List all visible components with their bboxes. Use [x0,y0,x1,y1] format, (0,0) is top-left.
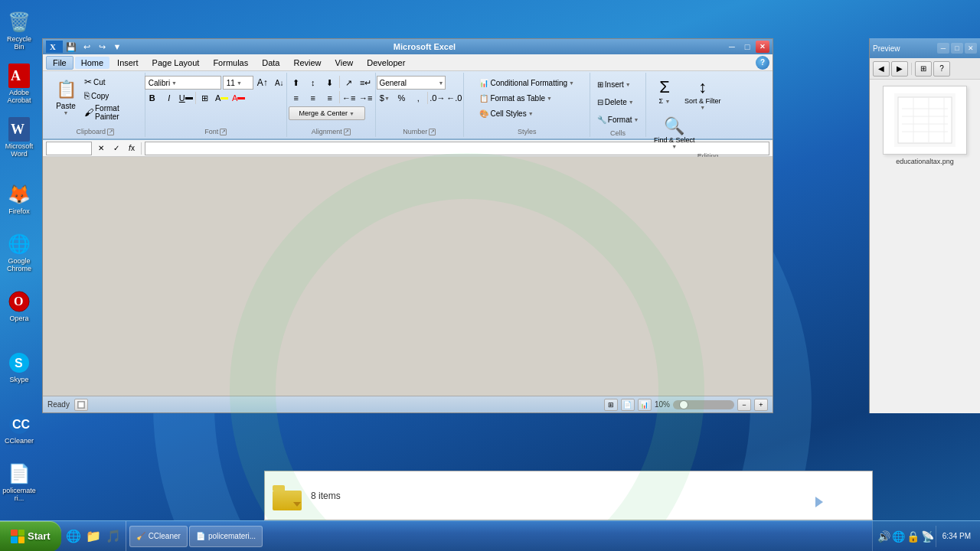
qat-undo[interactable]: ↩ [80,41,93,53]
excel-maximize[interactable]: □ [740,41,754,53]
tray-security[interactable]: 🔒 [906,530,920,543]
menu-view[interactable]: View [329,57,360,69]
number-expand[interactable]: ↗ [429,129,436,135]
desktop-icon-police[interactable]: 📄 policemateri... [0,455,38,509]
underline-button[interactable]: U [178,91,194,105]
rp-minimize[interactable]: ─ [937,43,949,54]
taskbar-ccleaner[interactable]: 🧹 CCleaner [129,526,188,547]
copy-button[interactable]: ⎘ Copy [83,90,140,102]
formula-confirm-btn[interactable]: ✓ [110,142,122,155]
percent-btn[interactable]: % [394,91,409,105]
paste-button[interactable]: 📋 Paste ▼ [51,76,81,117]
excel-close[interactable]: ✕ [756,41,769,53]
menu-home[interactable]: Home [75,57,109,69]
decrease-indent-btn[interactable]: ←≡ [341,91,357,105]
font-decrease-btn[interactable]: A↓ [272,76,287,90]
desktop-icon-recycle-bin[interactable]: 🗑️ Recycle Bin [0,4,38,57]
text-direction-btn[interactable]: ↗ [341,76,357,90]
alignment-expand[interactable]: ↗ [344,129,351,135]
font-name-dropdown[interactable]: Calibri ▼ [145,76,221,90]
menu-insert[interactable]: Insert [111,57,145,69]
page-break-view-btn[interactable]: 📊 [638,399,652,411]
cut-button[interactable]: ✂ Cut [83,76,140,88]
bold-button[interactable]: B [145,91,160,105]
sheet-tab-btn[interactable] [74,399,88,411]
desktop-icon-adobe[interactable]: A Adobe Acrobat [0,57,38,111]
align-middle-btn[interactable]: ↕ [305,76,321,90]
border-button[interactable]: ⊞ [198,91,213,105]
align-center-btn[interactable]: ≡ [305,91,321,105]
align-left-btn[interactable]: ≡ [289,91,304,105]
zoom-in-btn[interactable]: + [754,399,768,411]
rp-back-btn[interactable]: ◀ [873,61,890,77]
tray-signal[interactable]: 📡 [921,530,934,543]
formula-cancel-btn[interactable]: ✕ [95,142,107,155]
find-select-button[interactable]: 🔍 Find & Select ▼ [651,115,698,151]
help-button[interactable]: ? [756,56,769,70]
taskbar-police[interactable]: 📄 policemateri... [189,526,263,547]
insert-cells-btn[interactable]: ⊞ Insert ▼ [593,76,643,93]
menu-developer[interactable]: Developer [361,57,411,69]
currency-btn[interactable]: $▼ [377,91,392,105]
formula-fx-btn[interactable]: fx [126,142,138,155]
rp-maximize[interactable]: □ [951,43,963,54]
fill-swatch [220,97,228,99]
format-cells-btn[interactable]: 🔧 Format ▼ [593,111,643,128]
menu-page-layout[interactable]: Page Layout [146,57,206,69]
desktop-icon-opera[interactable]: O Opera [0,279,38,333]
align-bottom-btn[interactable]: ⬇ [322,76,338,90]
rp-view-btn[interactable]: ⊞ [915,61,932,77]
normal-view-btn[interactable]: ⊞ [604,399,618,411]
zoom-slider[interactable] [673,400,734,409]
sort-filter-button[interactable]: ↕ Sort & Filter ▼ [681,76,724,112]
cell-styles-btn[interactable]: 🎨 Cell Styles ▼ [475,106,537,120]
tray-volume[interactable]: 🔊 [877,530,890,543]
font-expand[interactable]: ↗ [220,129,227,135]
decrease-decimal-btn[interactable]: ←.0 [446,91,462,105]
rp-forward-btn[interactable]: ▶ [891,61,908,77]
delete-cells-btn[interactable]: ⊟ Delete ▼ [593,93,643,110]
desktop-icon-firefox[interactable]: 🦊 Firefox [0,172,38,226]
conditional-formatting-btn[interactable]: 📊 Conditional Formatting ▼ [475,76,578,90]
menu-file[interactable]: File [46,56,74,70]
ql-ie[interactable]: 🌐 [64,527,83,546]
font-size-dropdown[interactable]: 11 ▼ [223,76,253,90]
qat-save[interactable]: 💾 [64,41,78,53]
ql-media[interactable]: 🎵 [104,527,122,546]
desktop-icon-word[interactable]: W Microsoft Word [0,111,38,165]
font-color-button[interactable]: A [231,91,247,105]
clipboard-expand[interactable]: ↗ [107,129,114,135]
format-painter-button[interactable]: 🖌 Format Painter [83,103,140,122]
format-as-table-btn[interactable]: 📋 Format as Table ▼ [475,91,555,105]
rp-help-btn[interactable]: ? [933,61,950,77]
increase-decimal-btn[interactable]: .0→ [430,91,445,105]
ql-explorer[interactable]: 📁 [84,527,103,546]
merge-center-button[interactable]: Merge & Center ▼ [289,106,365,120]
fill-color-button[interactable]: A [214,91,230,105]
excel-minimize[interactable]: ─ [725,41,739,53]
autosum-button[interactable]: Σ Σ ▼ [651,76,678,106]
menu-review[interactable]: Review [287,57,327,69]
desktop-icon-ccleaner[interactable]: CC CCleaner [0,402,38,455]
italic-button[interactable]: I [162,91,177,105]
menu-data[interactable]: Data [256,57,286,69]
wrap-text-btn[interactable]: ≡↵ [358,76,374,90]
desktop-icon-skype[interactable]: S Skype [0,341,38,394]
align-right-btn[interactable]: ≡ [322,91,338,105]
qat-redo[interactable]: ↪ [95,41,109,53]
spreadsheet-area[interactable] [43,157,773,396]
page-layout-view-btn[interactable]: 📄 [621,399,635,411]
font-increase-btn[interactable]: A↑ [255,76,270,90]
menu-formulas[interactable]: Formulas [207,57,254,69]
comma-btn[interactable]: , [410,91,426,105]
number-format-dropdown[interactable]: General ▼ [377,76,446,90]
rp-close[interactable]: ✕ [965,43,977,54]
increase-indent-btn[interactable]: →≡ [358,91,374,105]
name-box[interactable] [46,142,92,155]
desktop-icon-chrome[interactable]: 🌐 Google Chrome [0,226,38,279]
tray-network[interactable]: 🌐 [892,530,905,543]
start-button[interactable]: Start [0,521,61,552]
zoom-out-btn[interactable]: − [737,399,751,411]
align-top-btn[interactable]: ⬆ [289,76,304,90]
qat-dropdown[interactable]: ▼ [110,41,124,53]
